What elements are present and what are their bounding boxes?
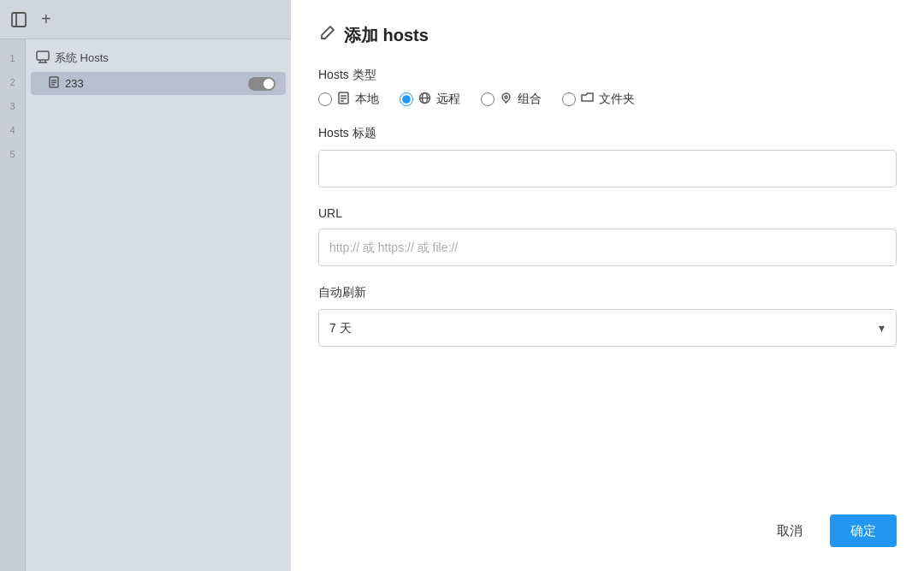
cancel-button[interactable]: 取消 xyxy=(760,514,820,547)
line-numbers: 1 2 3 4 5 xyxy=(0,39,26,571)
auto-refresh-select[interactable]: 从不 1 小时 24 小时 7 天 30 天 xyxy=(318,309,897,347)
url-section: URL xyxy=(318,206,897,266)
sidebar: + 1 2 3 4 5 系统 Hosts xyxy=(0,0,291,571)
add-icon[interactable]: + xyxy=(41,9,51,29)
dialog-title: 添加 hosts xyxy=(318,24,897,47)
folder-label: 文件夹 xyxy=(599,92,635,107)
tree-item-233[interactable]: 233 xyxy=(31,72,286,95)
hosts-title-input[interactable] xyxy=(318,150,897,187)
local-icon xyxy=(337,92,350,107)
url-label: URL xyxy=(318,206,897,220)
panel-icon[interactable] xyxy=(10,11,27,28)
hosts-type-radio-group: 本地 远程 xyxy=(318,92,897,107)
edit-icon xyxy=(318,25,335,46)
radio-group[interactable]: 组合 xyxy=(481,92,542,107)
group-icon xyxy=(500,92,512,107)
sidebar-toolbar: + xyxy=(0,0,291,39)
url-input[interactable] xyxy=(318,229,897,266)
group-label: 组合 xyxy=(518,92,542,107)
item-icon xyxy=(48,76,60,91)
hosts-title-section: Hosts 标题 xyxy=(318,126,897,187)
auto-refresh-label: 自动刷新 xyxy=(318,285,897,300)
radio-local[interactable]: 本地 xyxy=(318,92,379,107)
confirm-button[interactable]: 确定 xyxy=(830,514,897,547)
line-num-3: 3 xyxy=(0,94,25,118)
dialog-title-text: 添加 hosts xyxy=(344,24,429,47)
hosts-title-label: Hosts 标题 xyxy=(318,126,897,141)
add-hosts-dialog: 添加 hosts Hosts 类型 本地 xyxy=(291,0,924,571)
line-num-2: 2 xyxy=(0,70,25,94)
remote-label: 远程 xyxy=(436,92,460,107)
radio-remote[interactable]: 远程 xyxy=(400,92,460,107)
radio-folder[interactable]: 文件夹 xyxy=(562,92,635,107)
item-toggle[interactable] xyxy=(248,77,275,91)
svg-point-17 xyxy=(505,96,507,98)
radio-remote-input[interactable] xyxy=(400,92,413,106)
line-num-4: 4 xyxy=(0,118,25,142)
local-label: 本地 xyxy=(355,92,379,107)
system-hosts-icon xyxy=(36,50,50,66)
dialog-footer: 取消 确定 xyxy=(760,514,897,547)
item-label: 233 xyxy=(65,77,243,90)
sidebar-tree: 系统 Hosts 233 xyxy=(26,39,291,571)
radio-local-input[interactable] xyxy=(318,92,332,106)
sidebar-content: 1 2 3 4 5 系统 Hosts xyxy=(0,39,291,571)
line-num-1: 1 xyxy=(0,46,25,70)
auto-refresh-select-wrapper: 从不 1 小时 24 小时 7 天 30 天 ▾ xyxy=(318,309,897,347)
svg-rect-2 xyxy=(37,51,49,60)
tree-group-header: 系统 Hosts xyxy=(26,45,291,71)
line-num-5: 5 xyxy=(0,142,25,166)
radio-folder-input[interactable] xyxy=(562,92,576,106)
folder-icon xyxy=(581,92,594,107)
remote-icon xyxy=(418,92,431,107)
system-hosts-label: 系统 Hosts xyxy=(55,51,109,66)
main-area: 添加 hosts Hosts 类型 本地 xyxy=(291,0,924,571)
auto-refresh-section: 自动刷新 从不 1 小时 24 小时 7 天 30 天 ▾ xyxy=(318,285,897,347)
hosts-type-section: Hosts 类型 本地 xyxy=(318,68,897,107)
svg-rect-0 xyxy=(12,13,26,27)
radio-group-input[interactable] xyxy=(481,92,495,106)
hosts-type-label: Hosts 类型 xyxy=(318,68,897,83)
